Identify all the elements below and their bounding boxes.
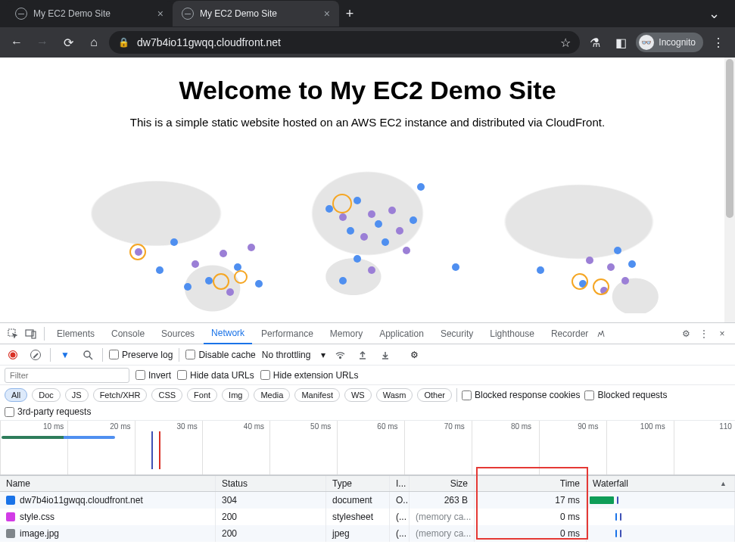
filter-input[interactable] — [5, 368, 129, 383]
invert-checkbox[interactable]: Invert — [135, 370, 171, 381]
type-pill-js[interactable]: JS — [65, 388, 89, 402]
timeline-tick: 70 ms — [401, 422, 468, 431]
timeline-tick: 20 ms — [67, 422, 133, 431]
map-marker — [417, 183, 425, 191]
back-button[interactable]: ← — [6, 32, 27, 53]
menu-icon[interactable]: ⋮ — [708, 32, 729, 53]
network-grid: Name Status Type I... Size Time Waterfal… — [0, 475, 735, 560]
col-initiator[interactable]: I... — [390, 476, 410, 491]
map-ring — [129, 244, 146, 260]
map-ring — [234, 270, 248, 284]
gear-icon[interactable]: ⚙ — [677, 325, 694, 342]
device-toggle-icon[interactable] — [23, 325, 39, 342]
tab-0[interactable]: My EC2 Demo Site × — [6, 1, 173, 26]
search-icon[interactable] — [79, 347, 96, 363]
map-marker — [382, 238, 389, 246]
network-timeline[interactable]: 10 ms20 ms30 ms40 ms50 ms60 ms70 ms80 ms… — [0, 421, 735, 475]
type-pill-all[interactable]: All — [5, 388, 27, 402]
devtools-tab-elements[interactable]: Elements — [49, 323, 102, 344]
map-marker — [586, 257, 593, 264]
blocked-cookies-checkbox[interactable]: Blocked response cookies — [462, 390, 580, 400]
devtools-tab-lighthouse[interactable]: Lighthouse — [482, 323, 542, 344]
type-pill-doc[interactable]: Doc — [32, 388, 61, 402]
inspect-icon[interactable] — [5, 325, 21, 342]
page-scrollbar[interactable] — [724, 58, 735, 322]
network-toolbar: ▼ Preserve log Disable cache No throttli… — [0, 344, 735, 366]
type-pill-fetch-xhr[interactable]: Fetch/XHR — [93, 388, 148, 402]
close-icon[interactable]: × — [324, 8, 330, 20]
third-party-checkbox[interactable]: 3rd-party requests — [5, 406, 91, 417]
map-marker — [353, 197, 361, 204]
gear-icon[interactable]: ⚙ — [406, 347, 422, 363]
timeline-tick: 60 ms — [334, 422, 400, 431]
table-row[interactable]: style.css200stylesheet(...(memory ca...0… — [0, 509, 735, 525]
svg-point-3 — [84, 351, 90, 357]
bookmark-icon[interactable]: ☆ — [560, 36, 571, 50]
col-time[interactable]: Time — [475, 476, 587, 491]
world-map-image — [15, 147, 720, 313]
timeline-tick: 40 ms — [201, 422, 267, 431]
map-marker — [452, 263, 459, 271]
devtools-tab-memory[interactable]: Memory — [322, 323, 370, 344]
close-icon[interactable]: × — [714, 325, 730, 342]
new-tab-button[interactable]: + — [339, 3, 360, 24]
labs-icon[interactable]: ⚗ — [584, 32, 606, 53]
map-marker — [410, 216, 417, 224]
col-status[interactable]: Status — [216, 476, 326, 491]
type-pill-font[interactable]: Font — [187, 388, 217, 402]
devtools-tabs: ElementsConsoleSourcesNetworkPerformance… — [0, 323, 735, 344]
table-row[interactable]: dw7b4io11gwqq.cloudfront.net304documentO… — [0, 492, 735, 509]
devtools-tab-sources[interactable]: Sources — [154, 323, 202, 344]
kebab-icon[interactable]: ⋮ — [696, 325, 712, 342]
address-bar[interactable]: 🔒 dw7b4io11gwqq.cloudfront.net ☆ — [109, 31, 580, 54]
record-button[interactable] — [5, 347, 21, 363]
tab-1[interactable]: My EC2 Demo Site × — [173, 1, 339, 26]
browser-toolbar: ← → ⟳ ⌂ 🔒 dw7b4io11gwqq.cloudfront.net ☆… — [0, 27, 735, 58]
type-pill-media[interactable]: Media — [254, 388, 290, 402]
type-pill-wasm[interactable]: Wasm — [376, 388, 413, 402]
timeline-tick: 50 ms — [267, 422, 334, 431]
blocked-requests-checkbox[interactable]: Blocked requests — [584, 390, 667, 400]
preserve-log-checkbox[interactable]: Preserve log — [109, 350, 173, 360]
devtools-tab-performance[interactable]: Performance — [254, 323, 321, 344]
map-marker — [226, 288, 234, 296]
close-icon[interactable]: × — [157, 8, 164, 20]
grid-header[interactable]: Name Status Type I... Size Time Waterfal… — [0, 475, 735, 492]
timeline-marker — [159, 431, 160, 469]
reload-button[interactable]: ⟳ — [58, 32, 79, 53]
wifi-icon[interactable] — [332, 347, 348, 363]
devtools-tab-recorder[interactable]: Recorder — [543, 323, 596, 344]
devtools-tab-console[interactable]: Console — [104, 323, 152, 344]
col-name[interactable]: Name — [0, 476, 216, 491]
col-size[interactable]: Size — [410, 476, 475, 491]
devtools-tab-application[interactable]: Application — [372, 323, 431, 344]
download-icon[interactable] — [377, 347, 394, 363]
tab-title: My EC2 Demo Site — [200, 8, 318, 19]
col-type[interactable]: Type — [326, 476, 390, 491]
hide-data-urls-checkbox[interactable]: Hide data URLs — [177, 370, 254, 381]
map-marker — [403, 247, 410, 254]
incognito-badge[interactable]: 👓 Incognito — [636, 33, 703, 52]
hide-extension-urls-checkbox[interactable]: Hide extension URLs — [260, 370, 359, 381]
clear-button[interactable] — [27, 347, 44, 363]
forward-button[interactable]: → — [32, 32, 53, 53]
table-row[interactable]: image.jpg200jpeg(...(memory ca...0 ms — [0, 525, 735, 542]
map-marker — [220, 250, 227, 257]
home-button[interactable]: ⌂ — [83, 32, 104, 53]
devtools-tab-security[interactable]: Security — [433, 323, 481, 344]
browser-tabstrip: My EC2 Demo Site × My EC2 Demo Site × + … — [0, 0, 735, 27]
type-pill-ws[interactable]: WS — [344, 388, 372, 402]
map-marker — [368, 210, 375, 218]
filter-icon[interactable]: ▼ — [57, 347, 73, 363]
type-pill-manifest[interactable]: Manifest — [294, 388, 340, 402]
side-panel-icon[interactable]: ◧ — [610, 32, 631, 53]
devtools-tab-network[interactable]: Network — [204, 323, 252, 344]
window-minimize-icon[interactable]: ⌄ — [699, 5, 729, 22]
type-pill-other[interactable]: Other — [417, 388, 452, 402]
col-waterfall[interactable]: Waterfall — [587, 476, 735, 491]
throttling-select[interactable]: No throttling▾ — [262, 350, 326, 360]
upload-icon[interactable] — [354, 347, 371, 363]
type-pill-img[interactable]: Img — [222, 388, 249, 402]
disable-cache-checkbox[interactable]: Disable cache — [185, 350, 255, 360]
type-pill-css[interactable]: CSS — [151, 388, 182, 402]
